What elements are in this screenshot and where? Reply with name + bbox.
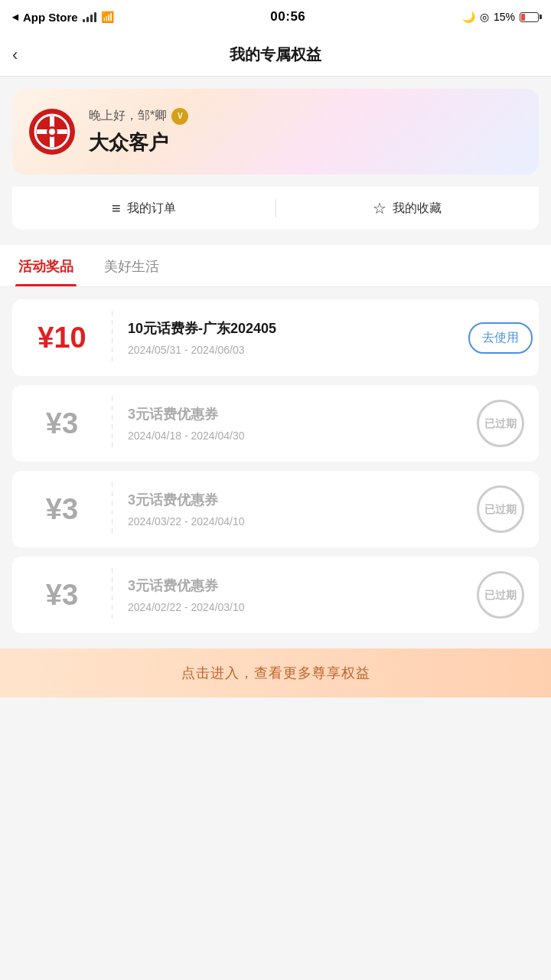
coupon-title-2: 3元话费优惠券: [128, 405, 447, 423]
orders-label: 我的订单: [127, 201, 176, 217]
coupon-item-3: ¥3 3元话费优惠券 2024/03/22 - 2024/04/10 已过期: [12, 471, 539, 547]
favorites-label: 我的收藏: [393, 201, 442, 217]
signal-bar-1: [83, 19, 85, 22]
coupon-amount-1: ¥10: [12, 306, 112, 370]
coupon-info-1: 10元话费券-广东202405 2024/05/31 - 2024/06/03: [112, 307, 462, 368]
coupon-date-2: 2024/04/18 - 2024/04/30: [128, 430, 447, 442]
tab-activity-prizes[interactable]: 活动奖品: [15, 245, 77, 286]
coupon-date-4: 2024/02/22 - 2024/03/10: [128, 601, 447, 613]
bank-logo: [28, 107, 77, 156]
back-button[interactable]: ‹: [12, 45, 18, 65]
coupon-title-4: 3元话费优惠券: [128, 577, 447, 595]
coupon-amount-2: ¥3: [12, 392, 112, 456]
wifi-icon: 📶: [101, 11, 114, 23]
profile-card: 晚上好，邹*卿 V 大众客户: [12, 89, 539, 175]
vip-badge: V: [171, 108, 188, 125]
coupon-info-4: 3元话费优惠券 2024/02/22 - 2024/03/10: [112, 564, 462, 626]
tab-activity-label: 活动奖品: [18, 259, 73, 274]
signal-bar-3: [90, 15, 93, 22]
signal-bars: [83, 11, 96, 22]
coupon-amount-value-4: ¥3: [46, 579, 78, 612]
coupon-amount-4: ¥3: [12, 564, 112, 627]
coupon-date-3: 2024/03/22 - 2024/04/10: [128, 515, 447, 528]
profile-tier: 大众客户: [89, 129, 523, 156]
status-time: 00:56: [270, 9, 305, 24]
coupon-list: ¥10 10元话费券-广东202405 2024/05/31 - 2024/06…: [12, 299, 539, 633]
coupon-action-4: 已过期: [462, 564, 539, 626]
coupon-amount-value-3: ¥3: [46, 493, 78, 526]
tabs-container: 活动奖品 美好生活: [0, 245, 551, 287]
coupon-item-4: ¥3 3元话费优惠券 2024/02/22 - 2024/03/10 已过期: [12, 557, 539, 633]
carrier-name: App Store: [23, 11, 78, 24]
quick-links: ≡ 我的订单 ☆ 我的收藏: [12, 187, 539, 230]
coupon-action-1[interactable]: 去使用: [462, 315, 539, 361]
page-title: 我的专属权益: [230, 44, 321, 65]
coupon-amount-value-2: ¥3: [46, 407, 78, 440]
profile-info: 晚上好，邹*卿 V 大众客户: [89, 108, 523, 156]
battery-percent: 15%: [494, 11, 515, 23]
status-right: 🌙 ◎ 15%: [462, 11, 539, 23]
signal-bar-4: [94, 12, 96, 22]
back-arrow-small: ◂: [12, 10, 18, 24]
orders-icon: ≡: [112, 200, 121, 217]
bottom-banner-text: 点击进入，查看更多尊享权益: [181, 665, 370, 681]
coupon-amount-value-1: ¥10: [37, 322, 86, 354]
expired-stamp-2: 已过期: [477, 400, 524, 447]
expired-stamp-3: 已过期: [477, 485, 524, 533]
tab-good-life[interactable]: 美好生活: [101, 245, 162, 286]
coupon-date-1: 2024/05/31 - 2024/06/03: [128, 344, 447, 356]
coupon-amount-3: ¥3: [12, 478, 112, 541]
greeting-text: 晚上好，邹*卿: [89, 108, 167, 124]
favorites-icon: ☆: [373, 199, 386, 217]
signal-bar-2: [86, 17, 89, 22]
bottom-banner[interactable]: 点击进入，查看更多尊享权益: [0, 648, 551, 697]
coupon-info-2: 3元话费优惠券 2024/04/18 - 2024/04/30: [112, 393, 462, 454]
battery-fill: [521, 14, 525, 21]
coupon-item: ¥10 10元话费券-广东202405 2024/05/31 - 2024/06…: [12, 299, 539, 376]
coupon-info-3: 3元话费优惠券 2024/03/22 - 2024/04/10: [112, 479, 462, 540]
tab-life-label: 美好生活: [104, 259, 159, 274]
coupon-title-3: 3元话费优惠券: [128, 491, 447, 509]
location-icon: ◎: [480, 11, 489, 23]
moon-icon: 🌙: [462, 11, 475, 23]
profile-greeting: 晚上好，邹*卿 V: [89, 108, 523, 125]
carrier-signal: ◂ App Store 📶: [12, 10, 114, 24]
status-bar: ◂ App Store 📶 00:56 🌙 ◎ 15%: [0, 0, 551, 34]
coupon-item-2: ¥3 3元话费优惠券 2024/04/18 - 2024/04/30 已过期: [12, 385, 539, 462]
coupon-title-1: 10元话费券-广东202405: [128, 319, 447, 338]
expired-stamp-4: 已过期: [477, 571, 524, 619]
svg-point-5: [49, 129, 55, 135]
orders-link[interactable]: ≡ 我的订单: [12, 200, 276, 217]
battery-icon: [520, 12, 539, 22]
coupon-action-3: 已过期: [462, 478, 539, 541]
nav-bar: ‹ 我的专属权益: [0, 34, 551, 77]
use-coupon-button[interactable]: 去使用: [468, 322, 533, 354]
favorites-link[interactable]: ☆ 我的收藏: [276, 199, 540, 217]
coupon-action-2: 已过期: [462, 392, 539, 455]
